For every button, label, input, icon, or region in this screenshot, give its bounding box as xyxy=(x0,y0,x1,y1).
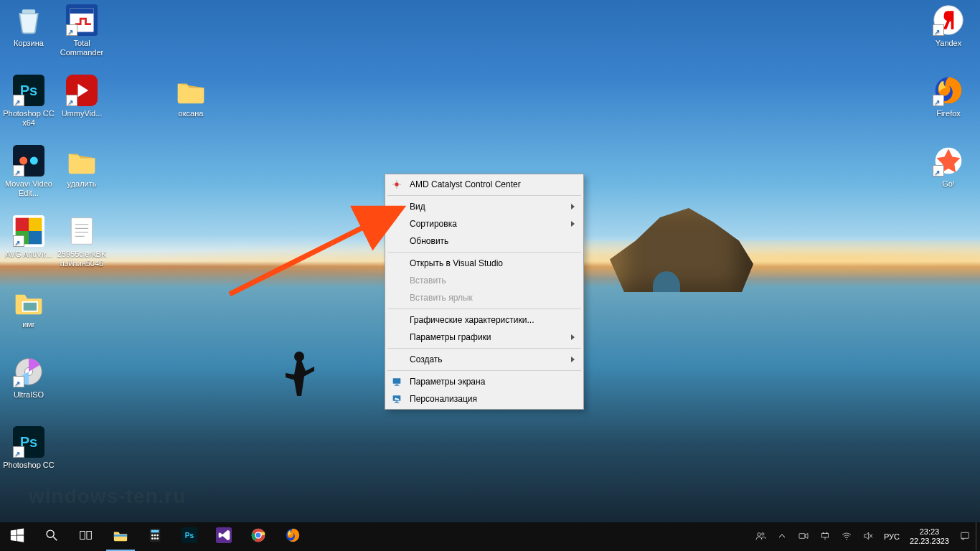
desktop-icon[interactable]: UmmyVid... xyxy=(56,75,108,118)
taskbar: Ps РУС23:2322.23.2323 xyxy=(0,522,980,551)
menu-separator xyxy=(387,309,581,309)
chevron-right-icon xyxy=(571,204,575,209)
desktop-icon-label: удалить xyxy=(56,179,108,189)
desktop[interactable]: windows-ten.ru КорзинаPsPhotoshop CC x64… xyxy=(0,0,980,522)
menu-item[interactable]: Вид xyxy=(387,198,582,215)
svg-rect-8 xyxy=(24,303,37,311)
taskbar-taskview-button[interactable] xyxy=(69,522,103,551)
svg-rect-26 xyxy=(393,378,401,383)
menu-item[interactable]: AMD Catalyst Control Center xyxy=(387,176,582,193)
desktop-icon[interactable]: UltraISO xyxy=(3,356,55,400)
svg-point-44 xyxy=(154,537,156,540)
firefox-icon xyxy=(285,527,301,546)
desktop-context-menu[interactable]: AMD Catalyst Control CenterВидСортировка… xyxy=(385,174,584,410)
display-icon xyxy=(391,376,402,387)
svg-rect-55 xyxy=(799,534,805,539)
ummy-icon xyxy=(66,75,98,106)
svg-point-43 xyxy=(151,537,154,540)
desktop-icon-label: UmmyVid... xyxy=(56,109,108,118)
taskbar-start-button[interactable] xyxy=(0,522,34,551)
tray-language-button[interactable]: РУС xyxy=(879,522,905,551)
desktop-icon[interactable]: Go! xyxy=(923,145,974,189)
desktop-icon-label: Photoshop CC x64 xyxy=(3,109,55,128)
desktop-icon-label: 25955clerkBK пэйпин5046 xyxy=(56,250,108,268)
menu-item-label: Вид xyxy=(410,202,425,212)
desktop-icon[interactable]: PsPhotoshop CC xyxy=(3,426,55,470)
menu-item: Вставить ярлык xyxy=(387,289,582,306)
svg-rect-31 xyxy=(395,402,400,403)
ps-icon: Ps xyxy=(13,426,44,458)
folder-img-icon xyxy=(13,286,44,317)
menu-item[interactable]: Параметры графики xyxy=(387,329,582,346)
avg-icon xyxy=(13,215,44,247)
desktop-icon-label: Movavi Video Edit... xyxy=(3,179,55,198)
menu-item[interactable]: Графические характеристики... xyxy=(387,311,582,329)
folder-icon xyxy=(66,145,98,176)
ps-icon: Ps xyxy=(13,75,44,106)
tray-power-icon[interactable] xyxy=(814,522,836,551)
tray-wifi-icon[interactable] xyxy=(836,522,857,551)
tray-people-button[interactable] xyxy=(750,522,771,551)
menu-separator xyxy=(387,348,581,349)
tray-clock[interactable]: 23:2322.23.2323 xyxy=(905,522,954,551)
volume-mute-icon xyxy=(862,530,874,543)
desktop-icon[interactable]: Yandex xyxy=(923,4,974,48)
menu-item[interactable]: Обновить xyxy=(387,232,582,250)
taskbar-visualstudio-button[interactable] xyxy=(207,522,241,551)
menu-item[interactable]: Создать xyxy=(387,351,582,368)
desktop-icon[interactable]: AVG AntiVir... xyxy=(3,215,55,259)
svg-point-54 xyxy=(762,533,764,535)
chevron-right-icon xyxy=(571,221,575,227)
desktop-icon[interactable]: Total Commander xyxy=(56,4,108,57)
taskbar-photoshop-button[interactable]: Ps xyxy=(172,522,207,551)
desktop-icon[interactable]: Movavi Video Edit... xyxy=(3,145,55,198)
desktop-icon-label: Total Commander xyxy=(56,39,108,57)
chevron-right-icon xyxy=(571,357,575,362)
show-desktop-button[interactable] xyxy=(976,522,980,551)
chrome-icon xyxy=(250,527,266,546)
taskbar-firefox-button[interactable] xyxy=(275,522,310,551)
desktop-icon[interactable]: удалить xyxy=(56,145,108,189)
desktop-icon-label: UltraISO xyxy=(3,390,55,400)
tray-overflow-button[interactable] xyxy=(771,522,793,551)
svg-point-42 xyxy=(156,534,159,537)
svg-rect-63 xyxy=(961,532,969,538)
svg-rect-36 xyxy=(87,532,91,540)
svg-point-45 xyxy=(156,537,159,540)
menu-item[interactable]: Параметры экрана xyxy=(387,373,582,390)
svg-point-4 xyxy=(19,157,27,165)
desktop-icon[interactable]: Корзина xyxy=(3,4,55,48)
taskbar-chrome-button[interactable] xyxy=(241,522,275,551)
firefox-icon xyxy=(933,75,964,106)
svg-text:Ps: Ps xyxy=(185,532,194,540)
desktop-icon[interactable]: PsPhotoshop CC x64 xyxy=(3,75,55,128)
menu-item[interactable]: Открыть в Visual Studio xyxy=(387,255,582,272)
tray-video-icon[interactable] xyxy=(793,522,814,551)
menu-separator xyxy=(387,252,581,253)
svg-rect-27 xyxy=(396,384,398,385)
menu-item[interactable]: Персонализация xyxy=(387,390,582,408)
taskview-icon xyxy=(78,527,94,546)
video-icon xyxy=(798,530,809,543)
menu-item-label: Сортировка xyxy=(410,219,457,229)
desktop-icon[interactable]: 25955clerkBK пэйпин5046 xyxy=(56,215,108,268)
taskbar-search-button[interactable] xyxy=(34,522,69,551)
taskbar-pinned-area: Ps xyxy=(0,522,310,551)
menu-item[interactable]: Сортировка xyxy=(387,215,582,232)
taskbar-explorer-button[interactable] xyxy=(103,522,138,551)
txt-icon xyxy=(66,215,98,247)
tray-volume-button[interactable] xyxy=(857,522,879,551)
svg-point-53 xyxy=(758,533,761,537)
desktop-icon[interactable]: Firefox xyxy=(923,75,974,118)
menu-item-label: Персонализация xyxy=(410,394,477,404)
desktop-icon[interactable]: оксана xyxy=(165,75,217,118)
menu-item-label: Графические характеристики... xyxy=(410,315,534,325)
chevron-up-icon xyxy=(776,530,788,543)
desktop-icon-label: Go! xyxy=(923,179,974,189)
menu-item-label: Создать xyxy=(410,354,443,364)
desktop-icon[interactable]: имг xyxy=(3,286,55,329)
people-icon xyxy=(755,530,766,543)
taskbar-calculator-button[interactable] xyxy=(138,522,172,551)
desktop-icon-label: имг xyxy=(3,320,55,329)
tray-notifications-button[interactable] xyxy=(954,522,976,551)
